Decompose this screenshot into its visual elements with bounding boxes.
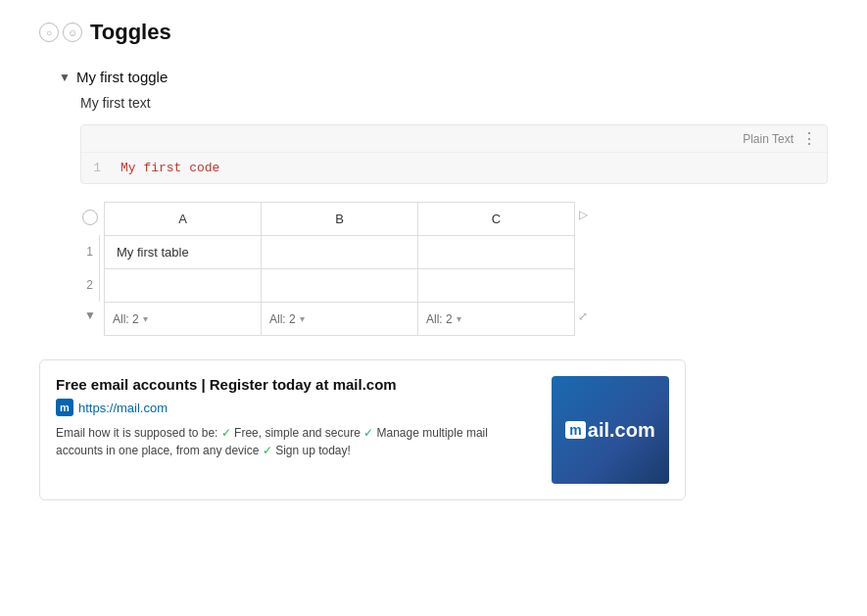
col-header-c: C <box>418 203 575 236</box>
toggle-text: My first text <box>80 95 828 111</box>
mail-logo-icon: m <box>565 421 585 439</box>
ad-description: Email how it is supposed to be: ✓ Free, … <box>56 424 536 459</box>
line-number: 1 <box>81 161 113 175</box>
filter-label-a: All: 2 <box>113 312 139 326</box>
circle-icon: ○ <box>39 23 59 42</box>
filter-cell-c[interactable]: All: 2 ▾ <box>418 303 575 336</box>
table-wrapper: A B C My first table <box>104 202 588 336</box>
table-left-controls: 1 2 ▼ <box>80 202 100 329</box>
code-lang-label: Plain Text <box>743 132 794 146</box>
ad-url[interactable]: https://mail.com <box>78 401 168 415</box>
col-header-b: B <box>262 203 418 236</box>
mail-logo: m ail.com <box>565 419 654 442</box>
table-add-col-icon[interactable]: ▷ <box>579 208 588 221</box>
table-filter-row: All: 2 ▾ All: 2 ▾ <box>105 303 575 336</box>
ad-section: Free email accounts | Register today at … <box>39 359 828 500</box>
emoji-icon: ☺ <box>63 23 82 42</box>
ad-banner: Free email accounts | Register today at … <box>39 359 686 500</box>
cell-2-a[interactable] <box>105 269 262 303</box>
table-right-controls: ▷ ⤢ <box>578 202 588 323</box>
toggle-label: My first toggle <box>76 69 168 85</box>
check-icon-2: ✓ <box>363 426 373 440</box>
ad-desc-text1: Email how it is supposed to be: <box>56 426 217 440</box>
mail-icon: m <box>56 399 73 416</box>
check-icon-1: ✓ <box>221 426 231 440</box>
ad-desc-text2: Free, simple and secure <box>234 426 363 440</box>
filter-icon[interactable]: ▼ <box>84 302 96 329</box>
cell-2-c[interactable] <box>418 269 575 303</box>
table-row-selector[interactable] <box>82 202 98 235</box>
cell-1-a[interactable]: My first table <box>105 236 262 269</box>
filter-chevron-c: ▾ <box>457 313 461 324</box>
row-number-1: 1 <box>80 235 100 268</box>
toggle-container: ▼ My first toggle My first text Plain Te… <box>59 69 828 336</box>
toggle-content: My first text Plain Text ⋮ 1 My first co… <box>80 95 828 336</box>
ad-link[interactable]: m https://mail.com <box>56 399 536 416</box>
code-text: My first code <box>113 161 227 175</box>
filter-chevron-a: ▾ <box>143 313 148 324</box>
code-body: 1 My first code <box>81 153 827 183</box>
filter-chevron-b: ▾ <box>300 313 305 324</box>
mail-logo-text: ail.com <box>588 419 655 442</box>
page-title: Toggles <box>90 20 171 45</box>
filter-cell-a[interactable]: All: 2 ▾ <box>105 303 262 336</box>
code-block-header: Plain Text ⋮ <box>81 125 827 153</box>
table-row: My first table <box>105 236 575 269</box>
ad-text: Free email accounts | Register today at … <box>56 376 536 459</box>
toggle-arrow-icon: ▼ <box>59 71 71 84</box>
check-icon-3: ✓ <box>263 444 272 457</box>
cell-2-b[interactable] <box>262 269 418 303</box>
row-number-2: 2 <box>80 268 100 302</box>
table-area: 1 2 ▼ A B C My <box>80 202 828 336</box>
toggle-header[interactable]: ▼ My first toggle <box>59 69 828 85</box>
filter-cell-b[interactable]: All: 2 ▾ <box>262 303 418 336</box>
table-header-row: A B C <box>105 203 575 236</box>
code-block: Plain Text ⋮ 1 My first code <box>80 124 828 184</box>
table-expand-icon[interactable]: ⤢ <box>578 309 588 323</box>
ad-image: m ail.com <box>552 376 669 484</box>
filter-label-b: All: 2 <box>269 312 296 326</box>
table-row <box>105 269 575 303</box>
ad-title: Free email accounts | Register today at … <box>56 376 536 393</box>
cell-1-c[interactable] <box>418 236 575 269</box>
header-icons: ○ ☺ <box>39 23 82 42</box>
page-header: ○ ☺ Toggles <box>39 20 828 45</box>
filter-label-c: All: 2 <box>426 312 453 326</box>
col-header-a: A <box>105 203 262 236</box>
row-select-circle <box>82 210 98 225</box>
cell-1-b[interactable] <box>262 236 418 269</box>
data-table: A B C My first table <box>104 202 575 336</box>
code-menu-icon[interactable]: ⋮ <box>801 129 817 148</box>
row-numbers: 1 2 <box>80 235 100 302</box>
ad-desc-text4: Sign up today! <box>275 444 351 457</box>
